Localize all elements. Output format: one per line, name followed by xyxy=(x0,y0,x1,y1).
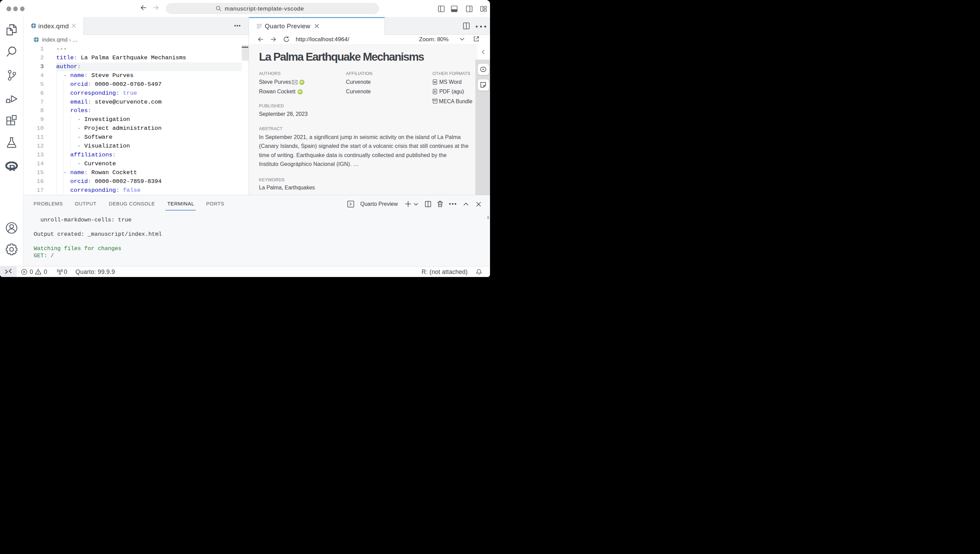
svg-text:R: R xyxy=(9,163,15,172)
